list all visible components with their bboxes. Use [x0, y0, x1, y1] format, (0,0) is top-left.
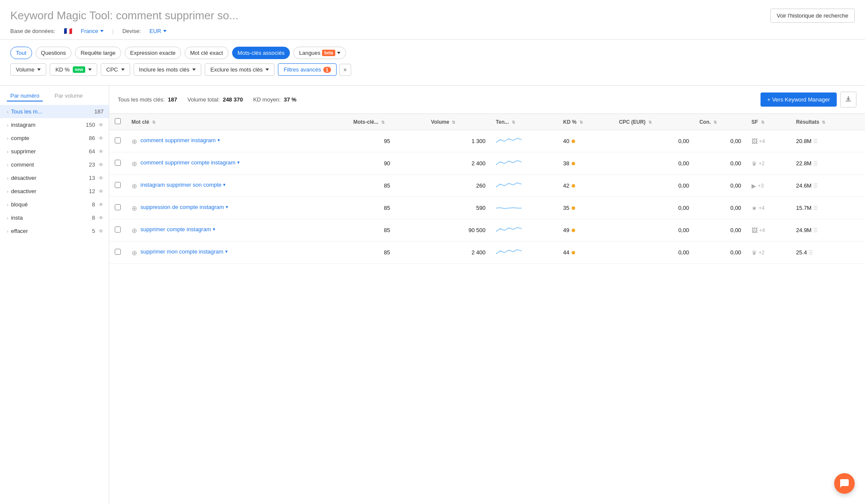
keyword-manager-button[interactable]: + Vers Keyword Manager — [761, 92, 837, 107]
results-detail-icon[interactable]: ☰ — [813, 227, 818, 233]
keyword-expand-icon[interactable]: ▾ — [218, 137, 220, 143]
eye-icon[interactable]: 👁 — [98, 149, 104, 155]
results-detail-icon[interactable]: ☰ — [813, 161, 818, 167]
row-checkbox-4[interactable] — [115, 227, 121, 233]
keyword-link-2[interactable]: instagram supprimer son compte ▾ — [140, 182, 226, 188]
tab-requete[interactable]: Requête large — [75, 47, 121, 59]
sidebar-item-desactiver[interactable]: › desactiver 12 👁 — [0, 185, 109, 198]
sidebar-item-comment[interactable]: › comment 23 👁 — [0, 158, 109, 171]
tab-motcle[interactable]: Mot clé exact — [185, 47, 229, 59]
keyword-link-5[interactable]: supprimer mon compte instagram ▾ — [140, 248, 228, 255]
keyword-expand-icon[interactable]: ▾ — [237, 160, 240, 165]
clear-advanced-filter-button[interactable]: × — [339, 64, 351, 76]
col-checkbox[interactable] — [109, 114, 126, 130]
row-checkbox-cell[interactable] — [109, 152, 126, 175]
add-keyword-icon[interactable]: ⊕ — [131, 227, 137, 235]
col-motscles[interactable]: Mots-clé... ⇅ — [348, 114, 426, 130]
col-con[interactable]: Con. ⇅ — [694, 114, 746, 130]
sidebar-item-instagram[interactable]: › instagram 150 👁 — [0, 118, 109, 131]
kd-value: 35 — [563, 205, 569, 211]
eye-icon[interactable]: 👁 — [98, 228, 104, 234]
database-value: France — [81, 28, 98, 34]
col-tendency[interactable]: Ten... ⇅ — [491, 114, 558, 130]
eye-icon[interactable]: 👁 — [98, 188, 104, 194]
results-detail-icon[interactable]: ☰ — [813, 183, 818, 189]
col-keyword[interactable]: Mot clé ⇅ — [126, 114, 348, 130]
sidebar-chevron-icon: › — [7, 176, 9, 181]
add-keyword-icon[interactable]: ⊕ — [131, 182, 137, 190]
tab-expression[interactable]: Expression exacte — [125, 47, 181, 59]
devise-dropdown[interactable]: EUR — [149, 28, 167, 34]
add-keyword-icon[interactable]: ⊕ — [131, 204, 137, 212]
sidebar-count: 5 — [92, 228, 95, 234]
keyword-expand-icon[interactable]: ▾ — [213, 227, 215, 232]
eye-icon[interactable]: 👁 — [98, 162, 104, 168]
keyword-link-3[interactable]: suppression de compte instagram ▾ — [140, 204, 228, 210]
tab-questions[interactable]: Questions — [36, 47, 72, 59]
col-kd[interactable]: KD % ⇅ — [558, 114, 614, 130]
results-detail-icon[interactable]: ☰ — [813, 205, 818, 211]
eye-icon[interactable]: 👁 — [98, 175, 104, 181]
col-sf[interactable]: SF ⇅ — [746, 114, 791, 130]
exclude-filter[interactable]: Exclure les mots clés — [205, 63, 274, 76]
row-checkbox-3[interactable] — [115, 204, 121, 210]
database-dropdown[interactable]: France — [81, 28, 104, 34]
sf-extra: +4 — [759, 138, 765, 144]
add-keyword-icon[interactable]: ⊕ — [131, 249, 137, 257]
keyword-expand-icon[interactable]: ▾ — [225, 249, 228, 254]
row-checkbox-0[interactable] — [115, 137, 121, 143]
trend-cell-5 — [491, 242, 558, 264]
results-detail-icon[interactable]: ☰ — [813, 138, 818, 144]
eye-icon[interactable]: 👁 — [98, 202, 104, 208]
tab-associes[interactable]: Mots-clés associés — [232, 47, 290, 59]
cpc-cell-3: 0,00 — [614, 197, 694, 219]
chat-button[interactable] — [834, 473, 855, 494]
row-checkbox-cell[interactable] — [109, 219, 126, 242]
tab-langues[interactable]: Langues beta — [293, 47, 346, 59]
sidebar-item-insta[interactable]: › insta 8 👁 — [0, 211, 109, 224]
keyword-link-1[interactable]: comment supprimer compte instagram ▾ — [140, 159, 240, 166]
sidebar-item-all[interactable]: › Tous les m... 187 — [0, 105, 109, 118]
eye-icon[interactable]: 👁 — [98, 122, 104, 128]
sidebar-item-effacer[interactable]: › effacer 5 👁 — [0, 224, 109, 238]
col-results[interactable]: Résultats ⇅ — [791, 114, 865, 130]
trend-chart-5 — [496, 248, 522, 256]
row-checkbox-1[interactable] — [115, 160, 121, 166]
keyword-link-4[interactable]: supprimer compte instagram ▾ — [140, 226, 215, 233]
export-button[interactable] — [840, 92, 856, 107]
sort-tab-par-numero[interactable]: Par numéro — [7, 91, 43, 101]
eye-icon[interactable]: 👁 — [98, 215, 104, 221]
kd-dot-icon — [572, 184, 575, 188]
include-filter[interactable]: Inclure les mots clés — [134, 63, 202, 76]
sidebar-item-bloqué[interactable]: › bloqué 8 👁 — [0, 198, 109, 211]
sort-tab-par-volume[interactable]: Par volume — [51, 91, 86, 101]
kd-filter[interactable]: KD % new — [50, 63, 97, 76]
col-volume[interactable]: Volume ⇅ — [426, 114, 491, 130]
row-checkbox-cell[interactable] — [109, 242, 126, 264]
sidebar-item-supprimer[interactable]: › supprimer 64 👁 — [0, 145, 109, 158]
header: Keyword Magic Tool: comment supprimer so… — [0, 0, 865, 40]
cpc-filter[interactable]: CPC — [101, 63, 130, 76]
volume-filter[interactable]: Volume — [10, 63, 46, 76]
keyword-expand-icon[interactable]: ▾ — [223, 182, 226, 188]
col-cpc[interactable]: CPC (EUR) ⇅ — [614, 114, 694, 130]
sidebar-item-désactiver[interactable]: › désactiver 13 👁 — [0, 171, 109, 185]
row-checkbox-cell[interactable] — [109, 175, 126, 197]
select-all-checkbox[interactable] — [115, 118, 121, 124]
history-button[interactable]: Voir l'historique de recherche — [770, 9, 855, 23]
add-keyword-icon[interactable]: ⊕ — [131, 137, 137, 146]
volume-label: Volume — [16, 66, 34, 73]
row-checkbox-5[interactable] — [115, 249, 121, 255]
results-detail-icon[interactable]: ☰ — [808, 250, 813, 256]
add-keyword-icon[interactable]: ⊕ — [131, 160, 137, 168]
trend-chart-3 — [496, 203, 522, 212]
tab-tout[interactable]: Tout — [10, 47, 32, 59]
row-checkbox-cell[interactable] — [109, 130, 126, 152]
row-checkbox-2[interactable] — [115, 182, 121, 188]
keyword-expand-icon[interactable]: ▾ — [226, 204, 228, 210]
eye-icon[interactable]: 👁 — [98, 135, 104, 141]
sidebar-item-compte[interactable]: › compte 86 👁 — [0, 131, 109, 145]
advanced-filter-button[interactable]: Filtres avancés 1 — [278, 63, 337, 76]
keyword-link-0[interactable]: comment supprimer instagram ▾ — [140, 137, 220, 143]
row-checkbox-cell[interactable] — [109, 197, 126, 219]
